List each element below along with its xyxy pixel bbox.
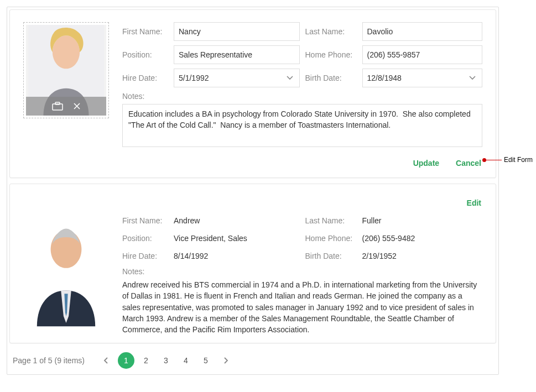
birth-date-label: Birth Date: [305,74,358,82]
birth-date-label: Birth Date: [305,252,358,260]
read-card: Edit First Name: [9,184,496,343]
hire-date-picker[interactable]: 5/1/1992 [174,69,300,87]
notes-label: Notes: [122,92,169,101]
pager-page-2[interactable]: 2 [138,352,154,369]
pager-page-3[interactable]: 3 [158,352,174,369]
position-input[interactable]: Sales Representative [174,45,300,64]
last-name-label: Last Name: [305,216,358,225]
update-button[interactable]: Update [412,156,440,170]
hire-date-label: Hire Date: [122,252,169,260]
home-phone-input[interactable]: (206) 555-9857 [362,45,483,64]
chevron-right-icon [223,357,228,364]
person-silhouette-icon [23,214,109,327]
chevron-down-icon[interactable] [283,71,297,85]
remove-photo-icon[interactable] [73,102,81,110]
chevron-down-icon[interactable] [465,71,480,85]
photo-toolbar [26,97,106,116]
annotation-text: Edit Form [504,156,533,164]
home-phone-label: Home Phone: [305,50,358,59]
pager-page-5[interactable]: 5 [197,352,214,369]
cancel-button[interactable]: Cancel [455,156,482,170]
photo-upload[interactable] [23,22,109,118]
last-name-label: Last Name: [305,27,358,36]
last-name-input[interactable]: Davolio [362,22,483,41]
position-label: Position: [122,50,169,59]
position-value: Vice President, Sales [174,232,300,245]
photo-area [23,22,109,149]
records-container: First Name: Nancy Last Name: Davolio Pos… [7,7,499,375]
notes-label: Notes: [122,267,169,276]
pager: Page 1 of 5 (9 items) 1 2 3 4 5 [9,349,496,372]
position-label: Position: [122,234,169,243]
edit-button[interactable]: Edit [466,196,482,210]
pager-info: Page 1 of 5 (9 items) [13,356,85,365]
employee-photo-andrew [23,214,109,327]
annotation-callout: Edit Form [484,156,533,164]
chevron-left-icon [103,357,109,364]
home-phone-label: Home Phone: [305,234,358,243]
pager-page-4[interactable]: 4 [178,352,194,369]
pager-next[interactable] [217,352,234,369]
hire-date-value: 8/14/1992 [174,249,300,263]
edit-card: First Name: Nancy Last Name: Davolio Pos… [9,9,496,178]
pager-page-1[interactable]: 1 [118,352,134,369]
photo-area [23,214,109,335]
upload-photo-icon[interactable] [52,102,63,111]
notes-value: Andrew received his BTS commercial in 19… [122,279,482,335]
birth-date-value: 2/19/1952 [362,249,483,263]
first-name-label: First Name: [122,27,169,36]
pager-prev[interactable] [98,352,115,369]
last-name-value: Fuller [362,214,483,227]
first-name-input[interactable]: Nancy [174,22,300,41]
first-name-label: First Name: [122,216,169,225]
notes-textarea[interactable] [122,104,482,147]
home-phone-value: (206) 555-9482 [362,232,483,245]
hire-date-label: Hire Date: [122,74,169,82]
birth-date-picker[interactable]: 12/8/1948 [362,69,483,87]
svg-rect-2 [55,102,60,104]
first-name-value: Andrew [174,214,300,227]
